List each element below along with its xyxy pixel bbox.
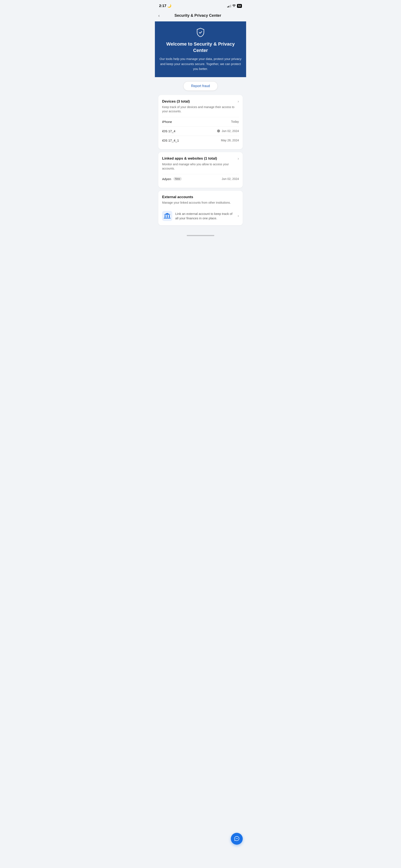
devices-card-description: Keep track of your devices and manage th… xyxy=(162,105,239,114)
external-accounts-card-header: External accounts xyxy=(162,195,239,199)
linked-app-name: Adyen xyxy=(162,177,171,181)
svg-rect-3 xyxy=(169,215,170,218)
svg-rect-2 xyxy=(167,215,168,218)
external-accounts-card[interactable]: External accounts Manage your linked acc… xyxy=(158,191,243,225)
linked-app-date: Jun 02, 2024 xyxy=(222,177,239,181)
device-name: iOS 17_4 xyxy=(162,129,175,133)
device-name: iPhone xyxy=(162,120,172,124)
wifi-icon xyxy=(232,4,236,8)
main-content: Report fraud Devices (3 total) › Keep tr… xyxy=(155,77,246,232)
devices-card[interactable]: Devices (3 total) › Keep track of your d… xyxy=(158,95,243,149)
linked-item-left: Adyen New xyxy=(162,177,182,181)
bank-icon xyxy=(162,211,172,221)
device-item-iphone: iPhone Today xyxy=(162,117,239,126)
linked-apps-card-title: Linked apps & websites (1 total) xyxy=(162,156,217,161)
hero-description: Our tools help you manage your data, pro… xyxy=(159,56,242,71)
status-bar: 2:17 🌙 54 xyxy=(155,0,246,10)
devices-chevron-icon: › xyxy=(238,99,239,104)
back-button[interactable]: ‹ xyxy=(158,12,162,19)
devices-list: iPhone Today iOS 17_4 Jun 02, 2024 iOS 1… xyxy=(162,117,239,145)
home-bar xyxy=(187,235,214,236)
active-dot-icon xyxy=(217,129,220,132)
linked-apps-card-description: Monitor and manage who you allow to acce… xyxy=(162,162,239,171)
linked-apps-chevron-icon: › xyxy=(238,156,239,161)
linked-apps-card-header: Linked apps & websites (1 total) › xyxy=(162,156,239,161)
svg-rect-1 xyxy=(165,215,166,218)
linked-app-item-adyen: Adyen New Jun 02, 2024 xyxy=(162,174,239,184)
external-accounts-description: Manage your linked accounts from other i… xyxy=(162,200,239,205)
status-time-area: 2:17 🌙 xyxy=(159,4,171,8)
external-account-item[interactable]: Link an external account to keep track o… xyxy=(162,208,239,221)
hero-title: Welcome to Security & Privacy Center xyxy=(159,41,242,53)
home-indicator xyxy=(155,232,246,238)
moon-icon: 🌙 xyxy=(167,4,171,8)
signal-icon xyxy=(227,4,231,7)
device-date: May 28, 2024 xyxy=(221,138,239,142)
report-fraud-button[interactable]: Report fraud xyxy=(183,82,218,91)
devices-card-title: Devices (3 total) xyxy=(162,99,190,104)
device-item-ios174: iOS 17_4 Jun 02, 2024 xyxy=(162,126,239,136)
svg-rect-4 xyxy=(164,218,171,218)
device-date: Today xyxy=(231,120,239,123)
status-icons: 54 xyxy=(227,4,242,8)
external-account-text: Link an external account to keep track o… xyxy=(175,212,235,220)
linked-apps-card[interactable]: Linked apps & websites (1 total) › Monit… xyxy=(158,152,243,188)
new-badge: New xyxy=(173,177,182,181)
device-name: iOS 17_4_1 xyxy=(162,138,179,142)
status-time: 2:17 xyxy=(159,4,166,8)
battery-icon: 54 xyxy=(237,4,242,8)
chat-fab-button[interactable] xyxy=(231,833,243,845)
device-date: Jun 02, 2024 xyxy=(222,129,239,133)
page-title: Security & Privacy Center xyxy=(162,13,234,18)
report-fraud-container: Report fraud xyxy=(158,82,243,91)
hero-banner: Welcome to Security & Privacy Center Our… xyxy=(155,22,246,77)
external-accounts-card-title: External accounts xyxy=(162,195,193,199)
external-account-chevron-icon: › xyxy=(238,214,239,218)
device-item-ios1741: iOS 17_4_1 May 28, 2024 xyxy=(162,136,239,145)
security-shield-icon xyxy=(159,27,242,38)
nav-bar: ‹ Security & Privacy Center xyxy=(155,10,246,22)
devices-card-header: Devices (3 total) › xyxy=(162,99,239,104)
